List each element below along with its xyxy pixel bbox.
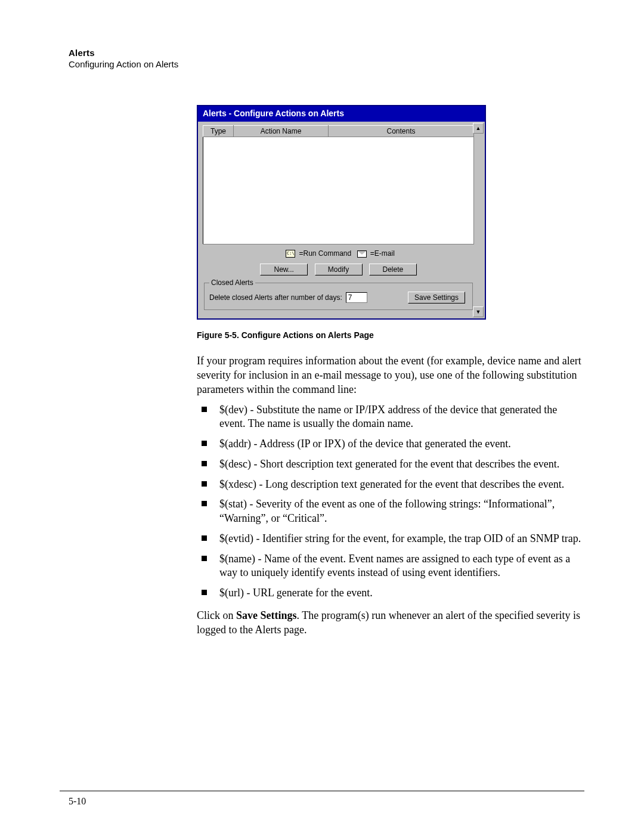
page-header: Alerts Configuring Action on Alerts — [69, 48, 584, 69]
substitution-param-list: $(dev) - Substitute the name or IP/IPX a… — [197, 403, 584, 600]
scroll-down-button[interactable]: ▼ — [473, 306, 484, 317]
list-item: $(name) - Name of the event. Event names… — [197, 552, 584, 581]
col-type[interactable]: Type — [203, 126, 234, 137]
modify-button[interactable]: Modify — [315, 264, 363, 275]
delete-days-label: Delete closed Alerts after number of day… — [209, 293, 342, 302]
run-command-icon — [286, 250, 295, 258]
closed-alerts-legend: Closed Alerts — [209, 278, 255, 287]
list-item: $(addr) - Address (IP or IPX) of the dev… — [197, 437, 584, 451]
header-title: Alerts — [69, 48, 584, 58]
new-button[interactable]: New... — [260, 264, 308, 275]
window-titlebar: Alerts - Configure Actions on Alerts — [198, 106, 485, 122]
col-contents[interactable]: Contents — [329, 126, 474, 137]
email-icon — [357, 250, 367, 258]
list-item: $(evtid) - Identifier string for the eve… — [197, 532, 584, 546]
list-item: $(url) - URL generate for the event. — [197, 586, 584, 600]
actions-table: Type Action Name Contents — [203, 125, 474, 244]
scroll-up-button[interactable]: ▲ — [473, 123, 484, 134]
header-subtitle: Configuring Action on Alerts — [69, 59, 584, 69]
save-settings-button[interactable]: Save Settings — [408, 292, 465, 304]
list-item: $(xdesc) - Long description text generat… — [197, 478, 584, 492]
page-number: 5-10 — [69, 796, 86, 807]
delete-days-input[interactable] — [346, 292, 367, 303]
list-item: $(dev) - Substitute the name or IP/IPX a… — [197, 403, 584, 432]
figure-caption: Figure 5-5. Configure Actions on Alerts … — [197, 330, 486, 340]
intro-paragraph: If your program requires information abo… — [197, 354, 584, 397]
closing-prefix: Click on — [197, 609, 236, 621]
col-action-name[interactable]: Action Name — [234, 126, 329, 137]
table-body-empty[interactable] — [203, 137, 474, 244]
list-item: $(desc) - Short description text generat… — [197, 457, 584, 472]
closing-paragraph: Click on Save Settings. The program(s) r… — [197, 609, 584, 637]
legend-run-command: =Run Command — [299, 249, 351, 258]
closing-bold: Save Settings — [236, 609, 297, 621]
footer-rule — [60, 791, 584, 791]
closed-alerts-group: Closed Alerts Delete closed Alerts after… — [204, 283, 473, 310]
legend-email: =E-mail — [370, 249, 395, 258]
delete-button[interactable]: Delete — [369, 264, 417, 275]
icon-legend: =Run Command =E-mail — [203, 249, 474, 258]
alerts-config-window: Alerts - Configure Actions on Alerts ▲ ▼… — [197, 105, 486, 320]
list-item: $(stat) - Severity of the event as one o… — [197, 497, 584, 526]
